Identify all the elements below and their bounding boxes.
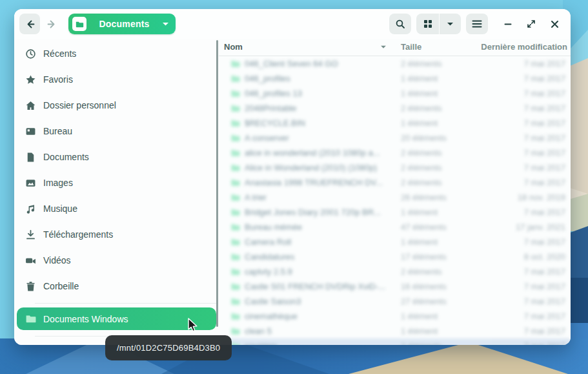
file-name: Bureau mémée <box>245 222 302 232</box>
file-name: Castle Saison3 <box>245 296 301 306</box>
table-row[interactable]: A conserver20 éléments7 mai 2017 <box>219 130 571 145</box>
table-row[interactable]: alice in wonderland (2010 1080p a...2 él… <box>219 145 571 160</box>
file-modified-date: 7 mai 2017 <box>524 296 565 306</box>
file-size: 47 éléments <box>401 222 447 232</box>
sort-descending-icon <box>380 45 387 49</box>
folder-icon <box>230 163 240 172</box>
sidebar-item-videos[interactable]: Vidéos <box>14 247 219 273</box>
table-row[interactable]: $RECYCLE.BIN1 élément7 mai 2017 <box>219 116 571 130</box>
table-row[interactable]: clean 51 élément7 mai 2017 <box>219 324 571 338</box>
folder-icon <box>230 103 240 113</box>
file-modified-date: 7 mai 2017 <box>524 207 565 217</box>
hamburger-icon <box>472 19 482 28</box>
table-row[interactable]: A trier26 éléments18 nov. 2019 <box>219 190 571 205</box>
path-tooltip-text: /mnt/01D2C75D69B4D3B0 <box>117 343 220 353</box>
file-name: alice in wonderland (2010 1080p a... <box>245 148 380 158</box>
table-row[interactable]: 046_Client Seven 64 GO2 éléments7 mai 20… <box>219 56 571 71</box>
file-name: clean 5 <box>245 326 272 336</box>
table-row[interactable]: cinemathèque1 élément7 mai 2017 <box>219 309 571 324</box>
location-button[interactable]: Documents <box>68 14 176 34</box>
maximize-button[interactable] <box>522 14 541 34</box>
sidebar-item-recents[interactable]: Récents <box>14 41 219 67</box>
folder-icon <box>230 88 240 98</box>
sidebar-item-label: Corbeille <box>43 281 79 291</box>
sidebar-item-favoris[interactable]: Favoris <box>14 67 219 92</box>
table-row[interactable]: courriers2 éléments7 mai 2017 <box>219 338 571 345</box>
search-button[interactable] <box>389 14 411 34</box>
desktop: Documents <box>0 0 588 374</box>
table-row[interactable]: Bridget Jones Diary 2001 720p BR...1 élé… <box>219 205 571 220</box>
table-row[interactable]: Alice in Wonderland (2010) (1080p)2 élém… <box>219 160 571 175</box>
sidebar-item-label: Documents Windows <box>43 314 128 324</box>
sidebar-scrollbar[interactable] <box>216 40 218 327</box>
file-modified-date: 7 mai 2017 <box>524 59 565 68</box>
file-modified-date: 7 mai 2017 <box>524 88 565 98</box>
file-name: $RECYCLE.BIN <box>245 118 305 128</box>
file-name: 046_Client Seven 64 GO <box>245 59 338 68</box>
file-size: 2 éléments <box>401 103 442 113</box>
file-size: 1 élément <box>401 311 438 321</box>
sidebar-item-corbeille[interactable]: Corbeille <box>14 273 219 299</box>
menu-button[interactable] <box>466 14 488 34</box>
document-icon <box>25 152 36 163</box>
back-button[interactable] <box>19 14 40 34</box>
forward-button[interactable] <box>41 14 62 34</box>
table-row[interactable]: Anastasia 1998 TRUEFRENCH DV...2 élément… <box>219 175 571 190</box>
table-row[interactable]: Candidatures17 éléments8 oct. 2020 <box>219 249 571 264</box>
sidebar-item-musique[interactable]: Musique <box>14 196 219 222</box>
file-name: Alice in Wonderland (2010) (1080p) <box>245 163 377 172</box>
sidebar-item-bureau[interactable]: Bureau <box>14 118 219 144</box>
view-options-button[interactable] <box>439 14 461 34</box>
folder-icon <box>230 237 240 247</box>
file-size: 2 éléments <box>401 163 442 172</box>
table-row[interactable]: 046_profiles1 élément7 mai 2017 <box>219 71 571 86</box>
folder-icon <box>230 118 240 128</box>
file-modified-date: 7 mai 2017 <box>524 267 565 276</box>
table-row[interactable]: Bureau mémée47 éléments17 janv. 2021 <box>219 220 571 234</box>
sidebar-item-dossier-personnel[interactable]: Dossier personnel <box>14 92 219 118</box>
sidebar-places-list: RécentsFavorisDossier personnelBureauDoc… <box>14 41 219 299</box>
sidebar: RécentsFavorisDossier personnelBureauDoc… <box>14 39 219 345</box>
sidebar-item-telechargements[interactable]: Téléchargements <box>14 222 219 247</box>
column-header-name[interactable]: Nom <box>224 42 243 52</box>
sidebar-item-label: Téléchargements <box>43 229 113 240</box>
folder-icon <box>230 222 240 232</box>
file-name: Candidatures <box>245 252 294 262</box>
sidebar-item-label: Dossier personnel <box>43 100 116 110</box>
column-header-modified[interactable]: Dernière modification <box>481 42 567 52</box>
file-modified-date: 7 mai 2017 <box>524 74 565 83</box>
file-size: 1 élément <box>401 237 438 247</box>
table-row[interactable]: Castle Saison327 éléments7 mai 2017 <box>219 294 571 309</box>
table-row[interactable]: 046_profiles 131 élément7 mai 2017 <box>219 86 571 101</box>
sidebar-divider <box>35 303 216 304</box>
close-button[interactable] <box>545 14 564 34</box>
star-icon <box>25 74 36 85</box>
file-rows-area: 046_Client Seven 64 GO2 éléments7 mai 20… <box>219 56 571 345</box>
clock-icon <box>25 48 36 59</box>
grid-view-icon <box>423 19 432 28</box>
desktop-icon <box>25 126 36 137</box>
file-size: 2 éléments <box>401 341 442 345</box>
file-modified-date: 7 mai 2017 <box>524 118 565 128</box>
file-name: 2048Printable <box>245 103 296 113</box>
file-list-pane: Nom Taille Dernière modification 046_Cli… <box>219 39 571 345</box>
file-size: 2 éléments <box>401 59 442 68</box>
grid-view-button[interactable] <box>416 14 439 34</box>
home-icon <box>25 100 36 111</box>
column-header-size[interactable]: Taille <box>401 42 421 52</box>
table-row[interactable]: Castle S01 FRENCH DVDRip XviD-...16 élém… <box>219 279 571 294</box>
table-row[interactable]: 2048Printable2 éléments7 mai 2017 <box>219 101 571 116</box>
file-name: Anastasia 1998 TRUEFRENCH DV... <box>245 178 383 187</box>
minimize-button[interactable] <box>498 14 518 34</box>
folder-icon <box>25 313 36 324</box>
table-row[interactable]: captvty 2.5.92 éléments7 mai 2017 <box>219 264 571 279</box>
file-size: 2 éléments <box>401 178 442 187</box>
file-size: 1 élément <box>401 74 438 83</box>
file-size: 2 éléments <box>401 267 442 276</box>
folder-icon <box>230 341 240 345</box>
table-row[interactable]: Camera Roll1 élément7 mai 2017 <box>219 234 571 249</box>
sidebar-item-label: Favoris <box>43 74 73 85</box>
sidebar-item-images[interactable]: Images <box>14 170 219 196</box>
sidebar-item-documents[interactable]: Documents <box>14 144 219 170</box>
folder-icon <box>230 59 240 68</box>
